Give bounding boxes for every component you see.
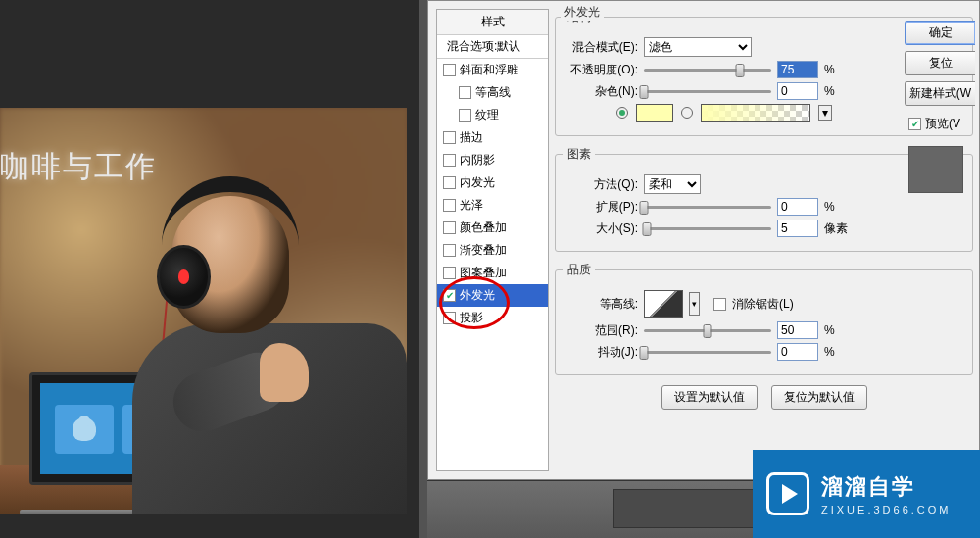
size-unit: 像素	[824, 220, 854, 237]
style-list: 样式 混合选项:默认 斜面和浮雕等高线纹理描边内阴影内发光光泽颜色叠加渐变叠加图…	[436, 9, 549, 471]
style-checkbox[interactable]	[459, 109, 471, 122]
style-item-3[interactable]: 描边	[437, 126, 548, 149]
watermark-en: ZIXUE.3D66.COM	[821, 504, 951, 515]
style-checkbox[interactable]	[459, 86, 471, 99]
style-label: 光泽	[460, 197, 483, 214]
contour-picker[interactable]	[644, 290, 683, 318]
style-label: 内阴影	[460, 152, 495, 169]
ok-button[interactable]: 确定	[905, 21, 975, 45]
watermark-cn: 溜溜自学	[821, 472, 951, 502]
style-item-1[interactable]: 等高线	[437, 81, 548, 104]
style-item-6[interactable]: 光泽	[437, 194, 548, 217]
style-checkbox[interactable]	[443, 64, 456, 76]
size-slider[interactable]	[644, 227, 771, 230]
spread-unit: %	[824, 200, 854, 214]
document-image: 咖啡与工作	[0, 108, 407, 514]
effect-title: 外发光	[561, 4, 604, 21]
antialiased-checkbox[interactable]	[713, 298, 726, 311]
style-label: 外发光	[460, 287, 495, 304]
layer-style-dialog: 样式 混合选项:默认 斜面和浮雕等高线纹理描边内阴影内发光光泽颜色叠加渐变叠加图…	[427, 0, 980, 480]
style-checkbox[interactable]	[443, 267, 456, 279]
style-label: 图案叠加	[460, 265, 507, 281]
range-label: 范围(R):	[564, 322, 638, 339]
style-label: 纹理	[475, 107, 499, 123]
style-checkbox[interactable]	[443, 131, 456, 144]
noise-input[interactable]	[777, 82, 818, 100]
opacity-label: 不透明度(O):	[564, 62, 638, 78]
style-checkbox[interactable]	[443, 289, 456, 302]
group-quality: 品质 等高线: ▾ 消除锯齿(L) 范围(R): % 抖动(J): %	[555, 262, 973, 375]
preview-swatch	[908, 146, 963, 193]
preview-label: 预览(V	[925, 116, 960, 132]
style-list-header: 样式	[437, 10, 548, 35]
style-item-7[interactable]: 颜色叠加	[437, 217, 548, 239]
noise-label: 杂色(N):	[564, 83, 638, 100]
canvas-area: 咖啡与工作	[0, 0, 419, 538]
technique-select[interactable]: 柔和	[644, 174, 701, 194]
antialiased-label: 消除锯齿(L)	[732, 296, 794, 313]
dialog-side-buttons: 确定 复位 新建样式(W 预览(V	[905, 21, 979, 193]
preview-checkbox[interactable]	[908, 118, 921, 130]
quality-legend: 品质	[564, 262, 595, 278]
style-checkbox[interactable]	[443, 199, 456, 212]
contour-dropdown-icon[interactable]: ▾	[689, 292, 700, 316]
jitter-slider[interactable]	[644, 351, 771, 354]
reset-default-button[interactable]: 复位为默认值	[771, 385, 867, 410]
range-unit: %	[824, 323, 854, 337]
glow-gradient-swatch[interactable]	[701, 104, 810, 122]
noise-unit: %	[824, 84, 854, 98]
new-style-button[interactable]: 新建样式(W	[905, 81, 975, 106]
style-checkbox[interactable]	[443, 312, 456, 324]
style-label: 斜面和浮雕	[460, 62, 518, 78]
contour-label: 等高线:	[564, 296, 638, 313]
noise-slider[interactable]	[644, 90, 771, 93]
watermark-logo: 溜溜自学 ZIXUE.3D66.COM	[753, 450, 980, 538]
style-checkbox[interactable]	[443, 244, 456, 257]
cancel-button[interactable]: 复位	[905, 51, 975, 75]
size-input[interactable]	[777, 220, 818, 237]
play-icon	[766, 472, 809, 515]
opacity-slider[interactable]	[644, 69, 771, 72]
size-label: 大小(S):	[564, 220, 638, 237]
style-item-2[interactable]: 纹理	[437, 104, 548, 126]
opacity-input[interactable]	[777, 61, 818, 78]
technique-label: 方法(Q):	[564, 176, 638, 193]
layer-text: 咖啡与工作	[0, 147, 157, 187]
style-label: 投影	[460, 310, 483, 326]
style-checkbox[interactable]	[443, 176, 456, 189]
style-checkbox[interactable]	[443, 221, 456, 234]
set-default-button[interactable]: 设置为默认值	[662, 385, 758, 410]
style-item-0[interactable]: 斜面和浮雕	[437, 59, 548, 81]
blending-options-default[interactable]: 混合选项:默认	[437, 35, 548, 59]
style-label: 描边	[460, 129, 483, 146]
opacity-unit: %	[824, 63, 854, 76]
jitter-input[interactable]	[777, 343, 818, 361]
blend-mode-label: 混合模式(E):	[564, 39, 638, 56]
blend-mode-select[interactable]: 滤色	[644, 37, 752, 57]
style-item-11[interactable]: 投影	[437, 307, 548, 329]
style-label: 等高线	[475, 84, 511, 101]
style-label: 颜色叠加	[460, 220, 507, 236]
elements-legend: 图素	[564, 146, 595, 163]
person-illustration	[132, 167, 387, 500]
gradient-radio[interactable]	[681, 107, 693, 119]
jitter-label: 抖动(J):	[564, 344, 638, 361]
gradient-dropdown-icon[interactable]: ▾	[818, 105, 832, 121]
spread-slider[interactable]	[644, 206, 771, 209]
style-label: 渐变叠加	[460, 242, 507, 259]
color-radio[interactable]	[616, 107, 628, 119]
style-item-4[interactable]: 内阴影	[437, 149, 548, 171]
range-input[interactable]	[777, 321, 818, 339]
style-item-9[interactable]: 图案叠加	[437, 262, 548, 284]
jitter-unit: %	[824, 345, 854, 359]
spread-label: 扩展(P):	[564, 199, 638, 216]
glow-color-swatch[interactable]	[636, 104, 673, 122]
style-label: 内发光	[460, 174, 495, 191]
spread-input[interactable]	[777, 198, 818, 216]
style-item-8[interactable]: 渐变叠加	[437, 239, 548, 262]
range-slider[interactable]	[644, 329, 771, 332]
style-item-10[interactable]: 外发光	[437, 284, 548, 307]
style-item-5[interactable]: 内发光	[437, 171, 548, 194]
style-checkbox[interactable]	[443, 154, 456, 167]
